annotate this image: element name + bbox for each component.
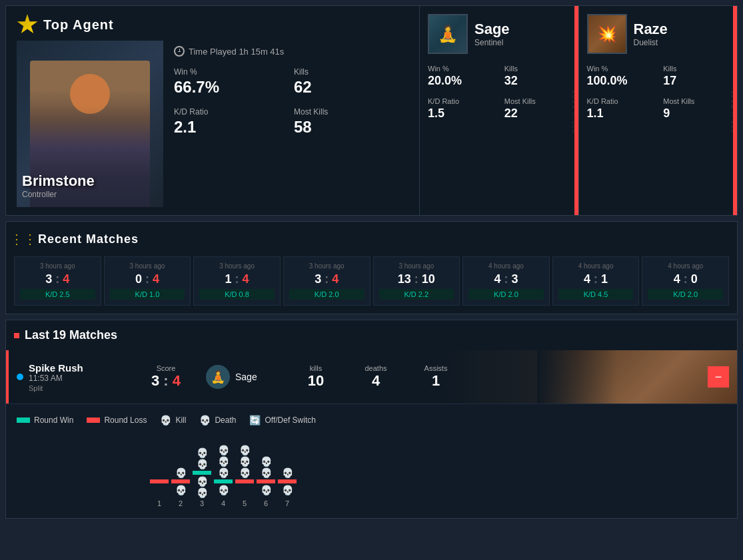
agent-card-header: 🧘 Sage Sentinel (428, 14, 570, 54)
top-agent-title: Top Agent (43, 17, 114, 33)
match-agent-icon: 🧘 (206, 365, 230, 389)
agent-art: Brimstone Controller (17, 41, 163, 207)
win-percent-stat: Win % 66.7% (174, 67, 278, 97)
match-detail: Round Win Round Loss 💀 Kill 💀 Death 🔄 Of… (6, 404, 737, 518)
agent-kills-value: 17 (663, 74, 729, 88)
agent-card-raze: 003 // RAZE 💥 Raze Duelist Win % 100.0% … (579, 6, 738, 215)
agent-portrait-img: 💥 (588, 15, 626, 53)
agent-kd-label: K/D Ratio (428, 97, 459, 105)
round-number: 3 (200, 499, 204, 507)
round-result-bar (193, 471, 211, 475)
agent-kills-value: 32 (504, 74, 570, 88)
match-score-display: 4 : 0 (648, 272, 723, 286)
match-agent-name: Sage (235, 372, 257, 382)
recent-matches-header: ⋮⋮ Recent Matches (14, 230, 729, 248)
agent-role: Controller (22, 190, 95, 199)
agent-win-value: 100.0% (587, 74, 653, 88)
agent-portrait-img: 🧘 (429, 15, 466, 53)
kill-icon: 💀 (197, 459, 208, 469)
win-percent-value: 66.7% (174, 78, 278, 97)
match-time-label: 3 hours ago (379, 262, 454, 270)
agent-most-kills: Most Kills 22 (504, 95, 570, 121)
match-type: Spike Rush (29, 362, 83, 374)
assists-stat-value: 1 (406, 372, 466, 390)
death-icons: 💀 (218, 485, 229, 498)
time-played: Time Played 1h 15m 41s (174, 46, 398, 57)
kill-icon: 💀 (218, 445, 229, 455)
stats-grid: Win % 66.7% Kills 62 K/D Ratio 2.1 Most … (174, 67, 398, 137)
kill-icons: 💀💀 (197, 436, 208, 469)
kill-icon: 💀 (239, 467, 251, 478)
agent-card-sage: 002 // SAGE 🧘 Sage Sentinel Win % 20.0% … (420, 6, 579, 215)
round-number: 6 (264, 499, 268, 507)
kd-value: 2.1 (174, 118, 278, 137)
death-icon: 💀 (218, 485, 229, 495)
recent-match-card[interactable]: 3 hours ago 3 : 4 K/D 2.0 (283, 256, 371, 306)
kills-value: 62 (294, 78, 398, 97)
kill-icon: 💀 (282, 467, 293, 478)
match-time: 11:53 AM (29, 374, 83, 383)
other-agents: 002 // SAGE 🧘 Sage Sentinel Win % 20.0% … (419, 6, 737, 215)
match-kd-display: K/D 2.2 (379, 289, 454, 300)
network-icon: ⋮⋮ (10, 231, 37, 247)
legend-death: 💀 Death (199, 415, 236, 425)
round-column: 💀 💀 2 (171, 445, 190, 507)
recent-match-card[interactable]: 4 hours ago 4 : 3 K/D 2.0 (462, 256, 550, 306)
match-score-display: 0 : 4 (110, 272, 185, 286)
round-result-bar (257, 479, 275, 483)
kill-icon: 💀 (261, 467, 272, 478)
agent-art-bg: Brimstone Controller (17, 41, 163, 207)
match-left-dot (17, 374, 23, 380)
kill-skull-icon: 💀 (160, 415, 171, 425)
agent-card-role: Sentinel (474, 38, 510, 47)
death-icons: 💀💀 (197, 476, 208, 498)
agent-most-kills-value: 22 (504, 107, 570, 121)
death-icon: 💀 (261, 485, 272, 495)
score-left: 3 (151, 372, 159, 389)
switch-icon: 🔄 (249, 415, 261, 425)
recent-match-card[interactable]: 3 hours ago 1 : 4 K/D 0.8 (193, 256, 281, 306)
death-icon: 💀 (282, 485, 293, 495)
agent-most-kills-value: 9 (663, 107, 729, 121)
match-expand-button[interactable]: − (708, 366, 729, 388)
recent-match-card[interactable]: 3 hours ago 13 : 10 K/D 2.2 (373, 256, 460, 306)
deaths-stat-label: deaths (346, 364, 406, 372)
round-column: 1 (150, 445, 169, 507)
match-score-display: 3 : 4 (20, 272, 95, 286)
recent-match-card[interactable]: 4 hours ago 4 : 0 K/D 2.0 (642, 256, 729, 306)
deaths-stat-value: 4 (346, 372, 406, 390)
match-time-label: 3 hours ago (110, 262, 185, 270)
agent-stats: Time Played 1h 15m 41s Win % 66.7% Kills… (163, 41, 408, 207)
kill-icons: 💀💀💀 (239, 445, 251, 478)
agent-kills-label: Kills (663, 65, 676, 73)
kill-icons: 💀 (282, 445, 293, 478)
most-kills-value: 58 (294, 118, 398, 137)
recent-match-card[interactable]: 3 hours ago 0 : 4 K/D 1.0 (104, 256, 191, 306)
agent-win-percent: Win % 20.0% (428, 62, 494, 88)
kills-stat: Kills 62 (294, 67, 398, 97)
match-kd-display: K/D 4.5 (558, 289, 634, 300)
agent-kd-value: 1.1 (587, 107, 653, 121)
legend-round-win: Round Win (17, 415, 73, 425)
kills-stat-label: kills (286, 364, 346, 372)
agent-most-kills-label: Most Kills (663, 97, 694, 105)
round-column: 💀💀💀 💀 4 (214, 445, 233, 507)
match-kd-display: K/D 2.0 (289, 289, 365, 300)
kill-label: Kill (175, 416, 186, 425)
match-score-nums: 3 : 4 (126, 372, 206, 390)
round-number: 7 (285, 499, 289, 507)
kills-stat-value: 10 (286, 372, 346, 390)
round-column: 💀 💀 7 (278, 445, 297, 507)
last-matches-title: Last 19 Matches (25, 328, 117, 342)
match-score-display: 13 : 10 (379, 272, 454, 286)
most-kills-label: Most Kills (294, 107, 398, 117)
round-loss-bar (87, 418, 100, 423)
match-kd-display: K/D 2.0 (468, 289, 544, 300)
match-kd-display: K/D 2.5 (20, 289, 95, 300)
star-icon (17, 14, 38, 35)
agent-portrait: 💥 (587, 14, 627, 54)
round-number: 4 (221, 499, 225, 507)
recent-match-card[interactable]: 3 hours ago 3 : 4 K/D 2.5 (14, 256, 101, 306)
match-score-display: 3 : 4 (289, 272, 365, 286)
recent-match-card[interactable]: 4 hours ago 4 : 1 K/D 4.5 (552, 256, 640, 306)
